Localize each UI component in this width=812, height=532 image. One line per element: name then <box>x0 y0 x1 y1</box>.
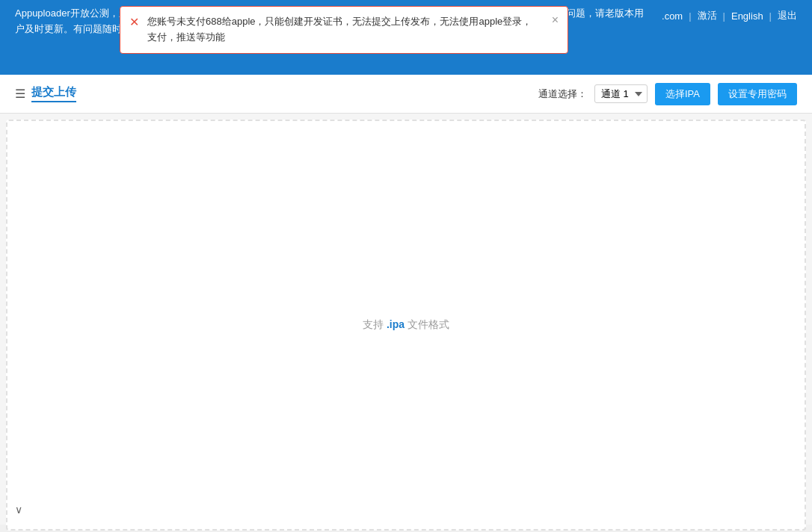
upload-hint: 支持 .ipa 文件格式 <box>363 318 449 332</box>
header-separator-3: | <box>769 10 772 22</box>
select-ipa-button[interactable]: 选择IPA <box>655 83 710 105</box>
header-com-link[interactable]: .com <box>662 10 683 22</box>
upload-area[interactable]: 支持 .ipa 文件格式 <box>6 120 806 531</box>
header-english-link[interactable]: English <box>731 10 763 22</box>
toolbar: ☰ 提交上传 通道选择： 通道 1 通道 2 通道 3 选择IPA 设置专用密码 <box>0 75 812 114</box>
toolbar-title: 提交上传 <box>31 85 76 102</box>
upload-hint-format: .ipa <box>387 318 405 330</box>
upload-hint-prefix: 支持 <box>363 318 384 330</box>
bottom-arrow[interactable]: ∨ <box>15 504 22 516</box>
channel-label: 通道选择： <box>538 87 587 101</box>
menu-icon: ☰ <box>15 87 25 101</box>
upload-hint-suffix: 文件格式 <box>407 318 449 330</box>
header-nav: .com | 激活 | English | 退出 <box>662 6 797 22</box>
channel-select[interactable]: 通道 1 通道 2 通道 3 <box>594 84 648 103</box>
header-logout-link[interactable]: 退出 <box>778 9 797 22</box>
header-activate-link[interactable]: 激活 <box>698 9 717 22</box>
alert-close-button[interactable]: × <box>552 14 559 26</box>
alert-message: 您账号未支付688给apple，只能创建开发证书，无法提交上传发布，无法使用ap… <box>147 14 541 46</box>
header-separator-2: | <box>723 10 725 22</box>
set-password-button[interactable]: 设置专用密码 <box>718 83 797 105</box>
alert-error-icon: ✕ <box>129 15 139 29</box>
toolbar-right: 通道选择： 通道 1 通道 2 通道 3 选择IPA 设置专用密码 <box>538 83 797 105</box>
header: Appuploader开放公测，新版本解决了部分网络链接失败问题；新版本增加了上… <box>0 0 812 75</box>
header-separator-1: | <box>689 10 691 22</box>
toolbar-left: ☰ 提交上传 <box>15 85 76 102</box>
main-content: ☰ 提交上传 通道选择： 通道 1 通道 2 通道 3 选择IPA 设置专用密码… <box>0 75 812 525</box>
alert-popup: ✕ 您账号未支付688给apple，只能创建开发证书，无法提交上传发布，无法使用… <box>120 6 568 54</box>
